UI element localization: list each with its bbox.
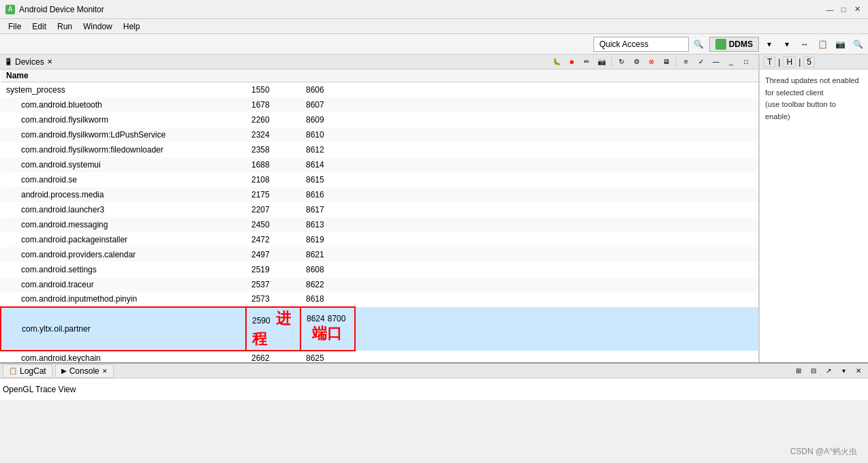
stop-btn[interactable]: ■ <box>565 56 578 68</box>
max-btn[interactable]: □ <box>739 56 753 68</box>
process-extra <box>355 247 758 262</box>
devices-tab-label[interactable]: Devices <box>15 57 44 67</box>
process-port: 8610 <box>300 127 355 142</box>
table-row[interactable]: com.android.flysilkworm:LdPushService232… <box>1 127 758 142</box>
process-pid: 2472 <box>246 232 300 247</box>
edit-btn[interactable]: ✏ <box>580 56 593 68</box>
toolbar-btn-6[interactable]: 🔍 <box>850 37 865 52</box>
process-name: com.android.settings <box>1 262 246 277</box>
menu-run[interactable]: Run <box>52 20 78 33</box>
table-row[interactable]: com.android.keychain26628625 <box>1 351 758 363</box>
bottom-btn-2[interactable]: ⊟ <box>807 365 820 377</box>
process-table-container[interactable]: Name system_process15508606com.android.b… <box>0 69 758 362</box>
process-port: 8617 <box>300 202 355 217</box>
minimize-button[interactable]: — <box>824 4 835 15</box>
table-row[interactable]: com.android.se21088615 <box>1 172 758 187</box>
table-row[interactable]: android.process.media21758616 <box>1 187 758 202</box>
right-separator-1: | <box>778 57 780 67</box>
table-row[interactable]: com.android.settings25198608 <box>1 262 758 277</box>
debug-btn[interactable]: 🐛 <box>550 56 563 68</box>
bottom-btn-3[interactable]: ↗ <box>822 365 835 377</box>
menu-file[interactable]: File <box>3 20 27 33</box>
ddms-label: DDMS <box>729 39 753 49</box>
screen-btn[interactable]: 🖥 <box>660 56 673 68</box>
process-name: com.android.se <box>1 172 246 187</box>
thread-btn[interactable]: ≡ <box>679 56 693 68</box>
arrow-btn[interactable]: — <box>709 56 723 68</box>
console-close-icon[interactable]: ✕ <box>102 368 108 374</box>
process-pid: 2537 <box>246 277 300 292</box>
process-port: 8622 <box>300 277 355 292</box>
table-row[interactable]: com.android.messaging24508613 <box>1 217 758 232</box>
process-extra <box>355 202 758 217</box>
table-row[interactable]: com.android.packageinstaller24728619 <box>1 232 758 247</box>
tab-logcat[interactable]: 📋 LogCat <box>3 364 52 378</box>
process-table: Name system_process15508606com.android.b… <box>0 69 758 362</box>
process-pid: 2590进程 <box>246 307 300 351</box>
menu-help[interactable]: Help <box>118 20 146 33</box>
table-row[interactable]: com.yltx.oil.partner2590进程86248700端口 <box>1 307 758 351</box>
process-port: 8619 <box>300 232 355 247</box>
devices-tab-close[interactable]: ✕ <box>47 58 52 65</box>
process-pid: 1678 <box>246 97 300 112</box>
menu-window[interactable]: Window <box>78 20 118 33</box>
config-btn[interactable]: ⚙ <box>630 56 643 68</box>
bottom-btn-5[interactable]: ✕ <box>852 365 865 377</box>
camera-btn[interactable]: 📷 <box>595 56 608 68</box>
table-row[interactable]: com.android.launcher322078617 <box>1 202 758 217</box>
menu-edit[interactable]: Edit <box>27 20 52 33</box>
opengl-trace: OpenGL Trace View <box>3 385 76 394</box>
toolbar-btn-4[interactable]: 📋 <box>815 37 830 52</box>
devices-panel: 📱 Devices ✕ 🐛 ■ ✏ 📷 ↻ ⚙ ⊗ 🖥 ≡ ✓ — _ □ <box>0 54 759 362</box>
min-btn[interactable]: _ <box>724 56 738 68</box>
process-name: com.android.flysilkworm:LdPushService <box>1 127 246 142</box>
process-extra <box>355 232 758 247</box>
tab-console[interactable]: ▶ Console ✕ <box>55 364 114 378</box>
table-row[interactable]: com.android.traceur25378622 <box>1 277 758 292</box>
process-pid: 2662 <box>246 351 300 363</box>
table-row[interactable]: system_process15508606 <box>1 82 758 97</box>
right-tab-h[interactable]: H <box>783 57 796 67</box>
table-row[interactable]: com.android.flysilkworm:filedownloader23… <box>1 142 758 157</box>
bottom-btn-1[interactable]: ⊞ <box>792 365 805 377</box>
col-header-pid <box>246 69 300 82</box>
toolbar-btn-5[interactable]: 📷 <box>833 37 848 52</box>
table-row[interactable]: com.android.providers.calendar24978621 <box>1 247 758 262</box>
right-tab-5[interactable]: 5 <box>803 57 815 67</box>
bottom-area: 📋 LogCat ▶ Console ✕ ⊞ ⊟ ↗ ▾ ✕ OpenGL Tr… <box>0 362 868 400</box>
process-extra <box>355 82 758 97</box>
toolbar-btn-3[interactable]: ↔ <box>797 37 812 52</box>
process-name: com.android.flysilkworm:filedownloader <box>1 142 246 157</box>
process-extra <box>355 187 758 202</box>
process-extra <box>355 351 758 363</box>
process-name: com.android.packageinstaller <box>1 232 246 247</box>
process-port: 8618 <box>300 292 355 307</box>
table-row[interactable]: com.android.systemui16888614 <box>1 157 758 172</box>
ddms-button[interactable]: DDMS <box>709 37 759 52</box>
toolbar-btn-2[interactable]: ▾ <box>779 37 794 52</box>
process-pid: 2108 <box>246 172 300 187</box>
table-row[interactable]: com.android.flysilkworm22608609 <box>1 112 758 127</box>
process-pid: 1550 <box>246 82 300 97</box>
close-button[interactable]: ✕ <box>852 4 863 15</box>
table-row[interactable]: com.android.bluetooth16788607 <box>1 97 758 112</box>
refresh-btn[interactable]: ↻ <box>615 56 628 68</box>
quick-access-input[interactable] <box>593 37 689 52</box>
table-row[interactable]: com.android.inputmethod.pinyin25738618 <box>1 292 758 307</box>
process-name: com.android.keychain <box>1 351 246 363</box>
title-bar-controls: — □ ✕ <box>824 4 863 15</box>
bottom-btn-4[interactable]: ▾ <box>837 365 850 377</box>
process-extra <box>355 127 758 142</box>
check-btn[interactable]: ✓ <box>694 56 708 68</box>
process-pid: 2324 <box>246 127 300 142</box>
process-name: com.android.launcher3 <box>1 202 246 217</box>
right-tab-t[interactable]: T <box>764 57 775 67</box>
process-extra <box>355 292 758 307</box>
stop2-btn[interactable]: ⊗ <box>645 56 658 68</box>
toolbar-search-btn[interactable]: 🔍 <box>692 37 707 52</box>
right-panel-content: Thread updates not enabled for selected … <box>760 69 868 362</box>
maximize-button[interactable]: □ <box>838 4 849 15</box>
menu-bar: File Edit Run Window Help <box>0 19 868 34</box>
toolbar-btn-1[interactable]: ▾ <box>762 37 777 52</box>
process-name: system_process <box>1 82 246 97</box>
